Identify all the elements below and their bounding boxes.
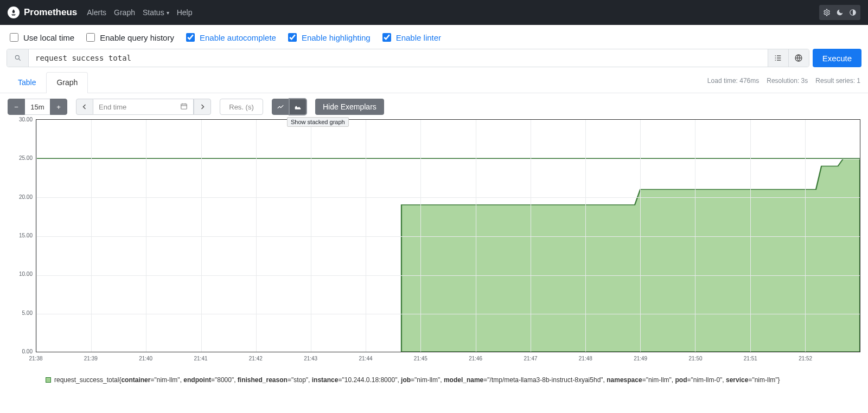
brand-text: Prometheus <box>24 7 77 18</box>
svg-line-3 <box>18 59 20 60</box>
expression-box <box>7 49 809 67</box>
execute-button[interactable]: Execute <box>813 49 861 67</box>
enable-autocomplete-checkbox[interactable]: Enable autocomplete <box>184 31 276 43</box>
decrease-range-button[interactable]: − <box>8 99 25 115</box>
enable-linter-checkbox[interactable]: Enable linter <box>380 31 441 43</box>
range-group: − 15m + <box>8 99 67 115</box>
brand[interactable]: Prometheus <box>8 7 77 18</box>
metrics-explorer-button[interactable] <box>788 49 809 67</box>
enable-history-checkbox[interactable]: Enable query history <box>84 31 174 43</box>
x-axis: 21:3821:3921:4021:4121:4221:4321:4421:45… <box>36 356 860 366</box>
plot-area[interactable] <box>36 119 860 352</box>
increase-range-button[interactable]: + <box>50 99 67 115</box>
enable-highlighting-checkbox[interactable]: Enable highlighting <box>286 31 371 43</box>
navbar: Prometheus Alerts Graph Status ▾ Help <box>0 0 868 25</box>
graph-panel: − 15m + End time Res. (s) <box>0 93 868 395</box>
tab-graph[interactable]: Graph <box>46 72 88 93</box>
time-forward-button[interactable] <box>194 99 211 115</box>
area-series <box>36 120 860 352</box>
nav-link-status[interactable]: Status ▾ <box>143 8 169 17</box>
y-axis: 0.005.0010.0015.0020.0025.0030.00 <box>8 119 36 351</box>
stat-resolution: Resolution: 3s <box>767 77 808 85</box>
query-stats: Load time: 476ms Resolution: 3s Result s… <box>707 77 860 88</box>
legend-swatch <box>46 377 51 383</box>
contrast-icon[interactable] <box>846 6 859 19</box>
use-local-time-input[interactable] <box>10 33 18 42</box>
enable-autocomplete-input[interactable] <box>186 33 195 42</box>
enable-linter-input[interactable] <box>382 33 391 42</box>
svg-point-0 <box>826 11 828 14</box>
range-input[interactable]: 15m <box>25 99 50 115</box>
dark-mode-icon[interactable] <box>833 6 846 19</box>
use-local-time-checkbox[interactable]: Use local time <box>8 31 74 43</box>
calendar-icon <box>180 102 188 112</box>
enable-history-input[interactable] <box>86 33 95 42</box>
stacked-graph-button[interactable] <box>289 99 307 115</box>
legend-text: request_success_total{container="nim-llm… <box>54 376 780 384</box>
stat-series: Result series: 1 <box>815 77 860 85</box>
query-options: Use local time Enable query history Enab… <box>0 25 868 49</box>
query-row: Execute <box>0 49 868 67</box>
search-icon <box>7 49 29 67</box>
settings-icon[interactable] <box>820 6 833 19</box>
resolution-input[interactable]: Res. (s) <box>220 99 263 115</box>
stat-load-time: Load time: 476ms <box>707 77 759 85</box>
chart: 0.005.0010.0015.0020.0025.0030.00 21:382… <box>8 119 860 366</box>
time-back-button[interactable] <box>76 99 93 115</box>
nav-link-help[interactable]: Help <box>177 8 193 17</box>
nav-links: Alerts Graph Status ▾ Help <box>87 8 192 17</box>
stacked-graph-tooltip: Show stacked graph <box>287 117 349 127</box>
enable-highlighting-input[interactable] <box>288 33 297 42</box>
nav-link-graph[interactable]: Graph <box>114 8 135 17</box>
svg-point-2 <box>15 55 19 59</box>
hide-exemplars-button[interactable]: Hide Exemplars <box>315 99 384 115</box>
nav-link-alerts[interactable]: Alerts <box>87 8 106 17</box>
svg-rect-11 <box>181 104 187 108</box>
graph-mode-group: Show stacked graph <box>272 99 307 115</box>
time-nav-group: End time <box>76 99 211 115</box>
tab-table[interactable]: Table <box>8 72 46 93</box>
graph-toolbar: − 15m + End time Res. (s) <box>8 99 860 115</box>
line-graph-button[interactable] <box>272 99 289 115</box>
expression-input[interactable] <box>29 49 768 67</box>
end-time-input[interactable]: End time <box>93 99 194 115</box>
tabs-row: Table Graph Load time: 476ms Resolution:… <box>0 67 868 93</box>
caret-down-icon: ▾ <box>167 10 169 16</box>
format-query-button[interactable] <box>768 49 788 67</box>
prometheus-logo-icon <box>8 7 20 18</box>
legend[interactable]: request_success_total{container="nim-llm… <box>46 376 860 384</box>
